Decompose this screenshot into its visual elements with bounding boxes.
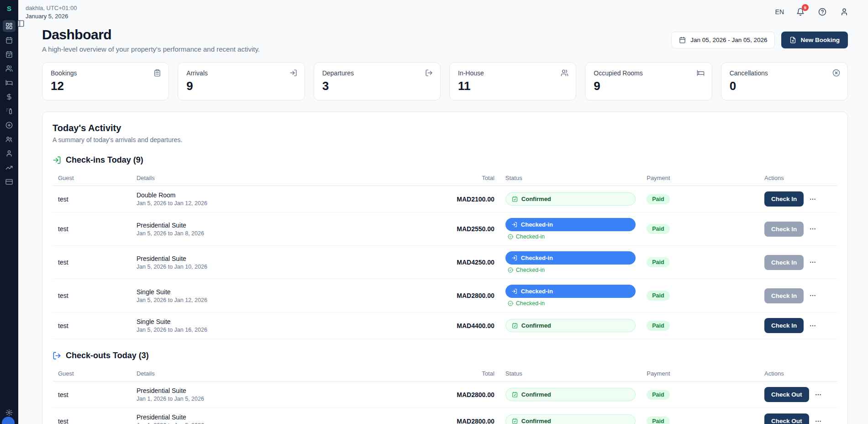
stat-label: Occupied Rooms [594, 69, 703, 77]
stat-label: Cancellations [730, 69, 839, 77]
user-icon [840, 8, 848, 16]
account-button[interactable] [839, 6, 850, 17]
stay-dates: Jan 5, 2026 to Jan 10, 2026 [137, 264, 416, 270]
calendar-check-icon [5, 51, 13, 58]
sidebar-item-staff[interactable] [3, 133, 16, 145]
status-badge: Confirmed [505, 192, 636, 206]
booking-total: MAD2800.00 [421, 279, 500, 313]
status-label: Confirmed [521, 391, 551, 398]
booking-total: MAD2800.00 [421, 382, 500, 408]
timezone-block: dakhla, UTC+01:00 January 5, 2026 [26, 5, 77, 20]
more-horizontal-icon [809, 259, 816, 266]
status-label: Checked-in [521, 254, 553, 261]
sidebar-item-calendar[interactable] [3, 34, 16, 46]
check-out-button[interactable]: Check Out [764, 413, 809, 424]
sidebar-item-finance[interactable] [3, 91, 16, 103]
todays-activity-card: Today's Activity A summary of today's ar… [42, 111, 848, 424]
sidebar: S [0, 0, 18, 424]
more-horizontal-icon [809, 225, 816, 233]
dashboard-grid-icon [5, 22, 13, 30]
sidebar-item-reservations[interactable] [3, 48, 16, 60]
stat-value: 9 [186, 79, 296, 93]
more-actions-button[interactable] [807, 320, 818, 331]
stats-row: Bookings 12 Arrivals 9 Departures 3 In-H… [42, 62, 848, 101]
x-circle-icon [832, 69, 840, 77]
table-row: test Presidential Suite Jan 5, 2026 to J… [53, 246, 837, 279]
calendar-icon [5, 37, 13, 44]
column-header: Actions [759, 366, 837, 382]
payment-badge: Paid [647, 321, 669, 331]
column-header: Details [131, 366, 421, 382]
sidebar-item-rooms[interactable] [3, 77, 16, 89]
sidebar-item-housekeeping[interactable] [3, 105, 16, 117]
room-name: Single Suite [137, 318, 416, 325]
payment-badge: Paid [647, 390, 669, 400]
notifications-button[interactable]: 9 [795, 6, 806, 17]
booking-total: MAD2800.00 [421, 408, 500, 424]
check-circle-icon [508, 234, 513, 239]
logout-icon [425, 69, 433, 77]
more-actions-button[interactable] [813, 389, 824, 400]
checkouts-title: Check-outs Today (3) [66, 351, 149, 360]
column-header: Guest [53, 366, 131, 382]
calendar-check-icon [512, 196, 518, 202]
payment-badge: Paid [647, 291, 669, 301]
sidebar-item-add[interactable] [3, 119, 16, 131]
sidebar-item-guests[interactable] [3, 63, 16, 74]
credit-card-icon [5, 178, 13, 186]
checkouts-section: Check-outs Today (3) Guest Details Total… [53, 351, 837, 424]
more-horizontal-icon [815, 391, 822, 398]
more-actions-button[interactable] [813, 416, 824, 424]
check-in-button[interactable]: Check In [764, 191, 804, 207]
check-in-button[interactable]: Check In [764, 288, 804, 303]
more-horizontal-icon [809, 292, 816, 299]
location-label: dakhla, UTC+01:00 [26, 5, 77, 11]
help-button[interactable] [817, 6, 828, 17]
stat-card-inhouse: In-House 11 [449, 62, 576, 101]
more-actions-button[interactable] [807, 257, 818, 268]
checkouts-table: Guest Details Total Status Payment Actio… [53, 366, 837, 424]
sidebar-toggle-button[interactable] [15, 17, 26, 29]
date-range-picker[interactable]: Jan 05, 2026 - Jan 05, 2026 [671, 32, 775, 48]
stat-card-cancellations: Cancellations 0 [721, 62, 848, 101]
stat-label: Departures [322, 69, 432, 77]
room-name: Single Suite [137, 288, 416, 296]
payment-badge: Paid [647, 257, 669, 267]
sidebar-item-reports[interactable] [3, 162, 16, 174]
more-actions-button[interactable] [807, 223, 818, 234]
more-actions-button[interactable] [807, 194, 818, 205]
calendar-icon [679, 37, 686, 43]
column-header: Total [421, 170, 500, 186]
sidebar-item-profile[interactable] [3, 148, 16, 159]
column-header: Details [131, 170, 421, 186]
stat-value: 0 [730, 79, 839, 93]
status-label: Confirmed [521, 418, 551, 424]
guest-name: test [53, 212, 131, 246]
status-badge: Checked-in [505, 285, 636, 298]
login-icon [511, 255, 517, 261]
sidebar-item-dashboard[interactable] [3, 20, 16, 32]
check-in-button[interactable]: Check In [764, 222, 804, 237]
check-out-button[interactable]: Check Out [764, 387, 809, 402]
more-actions-button[interactable] [807, 290, 818, 301]
bed-icon [697, 69, 705, 77]
payment-badge: Paid [647, 194, 669, 204]
status-badge: Confirmed [505, 319, 636, 332]
status-label: Confirmed [521, 196, 551, 202]
status-badge: Checked-in [505, 218, 636, 231]
stat-value: 11 [458, 79, 568, 93]
new-booking-button[interactable]: New Booking [781, 32, 848, 48]
check-in-button[interactable]: Check In [764, 255, 804, 270]
column-header: Total [421, 366, 500, 382]
column-header: Guest [53, 170, 131, 186]
stat-label: Arrivals [186, 69, 296, 77]
check-in-button[interactable]: Check In [764, 318, 804, 333]
stat-card-bookings: Bookings 12 [42, 62, 169, 101]
panel-left-icon [17, 20, 25, 27]
stat-value: 3 [322, 79, 432, 93]
table-row: test Single Suite Jan 5, 2026 to Jan 16,… [53, 313, 837, 339]
language-button[interactable]: EN [775, 8, 784, 16]
sidebar-item-payments[interactable] [3, 176, 16, 188]
stay-dates: Jan 5, 2026 to Jan 8, 2026 [137, 230, 416, 237]
dollar-sign-icon [5, 93, 13, 101]
